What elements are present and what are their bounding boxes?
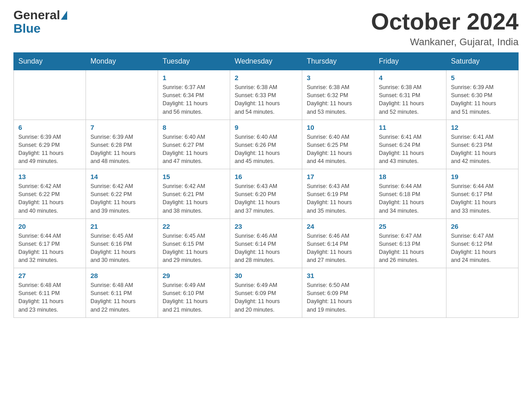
calendar-body: 1Sunrise: 6:37 AMSunset: 6:34 PMDaylight… bbox=[14, 70, 519, 318]
day-number: 29 bbox=[163, 272, 225, 279]
calendar-cell: 15Sunrise: 6:42 AMSunset: 6:21 PMDayligh… bbox=[158, 169, 230, 219]
day-number: 25 bbox=[379, 223, 442, 230]
calendar-cell: 30Sunrise: 6:49 AMSunset: 6:09 PMDayligh… bbox=[230, 268, 302, 318]
day-number: 4 bbox=[379, 74, 442, 81]
day-number: 12 bbox=[451, 124, 514, 131]
calendar-cell: 6Sunrise: 6:39 AMSunset: 6:29 PMDaylight… bbox=[14, 120, 86, 169]
day-info: Sunrise: 6:44 AMSunset: 6:17 PMDaylight:… bbox=[451, 182, 514, 215]
calendar-cell bbox=[446, 268, 519, 318]
day-info: Sunrise: 6:48 AMSunset: 6:11 PMDaylight:… bbox=[18, 281, 81, 314]
calendar-cell: 2Sunrise: 6:38 AMSunset: 6:33 PMDaylight… bbox=[230, 70, 302, 120]
day-number: 18 bbox=[379, 173, 442, 180]
day-info: Sunrise: 6:40 AMSunset: 6:27 PMDaylight:… bbox=[163, 133, 225, 166]
calendar-cell: 21Sunrise: 6:45 AMSunset: 6:16 PMDayligh… bbox=[86, 218, 158, 268]
day-info: Sunrise: 6:43 AMSunset: 6:19 PMDaylight:… bbox=[307, 182, 369, 215]
day-info: Sunrise: 6:46 AMSunset: 6:14 PMDaylight:… bbox=[307, 232, 369, 265]
calendar-cell: 23Sunrise: 6:46 AMSunset: 6:14 PMDayligh… bbox=[230, 218, 302, 268]
day-number: 27 bbox=[18, 272, 81, 279]
week-row-2: 6Sunrise: 6:39 AMSunset: 6:29 PMDaylight… bbox=[14, 120, 519, 169]
logo-blue-text: Blue bbox=[13, 21, 41, 36]
day-number: 16 bbox=[235, 173, 297, 180]
week-row-1: 1Sunrise: 6:37 AMSunset: 6:34 PMDaylight… bbox=[14, 70, 519, 120]
day-info: Sunrise: 6:47 AMSunset: 6:12 PMDaylight:… bbox=[451, 232, 514, 265]
header-day-monday: Monday bbox=[86, 53, 158, 70]
header-day-saturday: Saturday bbox=[446, 53, 519, 70]
day-info: Sunrise: 6:42 AMSunset: 6:22 PMDaylight:… bbox=[90, 182, 153, 215]
calendar-cell: 11Sunrise: 6:41 AMSunset: 6:24 PMDayligh… bbox=[374, 120, 446, 169]
day-number: 6 bbox=[18, 124, 81, 131]
calendar-cell: 29Sunrise: 6:49 AMSunset: 6:10 PMDayligh… bbox=[158, 268, 230, 318]
day-info: Sunrise: 6:49 AMSunset: 6:09 PMDaylight:… bbox=[235, 281, 297, 314]
month-title: October 2024 bbox=[371, 9, 519, 34]
day-info: Sunrise: 6:48 AMSunset: 6:11 PMDaylight:… bbox=[90, 281, 153, 314]
week-row-3: 13Sunrise: 6:42 AMSunset: 6:22 PMDayligh… bbox=[14, 169, 519, 219]
calendar-cell: 7Sunrise: 6:39 AMSunset: 6:28 PMDaylight… bbox=[86, 120, 158, 169]
day-info: Sunrise: 6:40 AMSunset: 6:25 PMDaylight:… bbox=[307, 133, 369, 166]
calendar-cell: 20Sunrise: 6:44 AMSunset: 6:17 PMDayligh… bbox=[14, 218, 86, 268]
day-info: Sunrise: 6:38 AMSunset: 6:32 PMDaylight:… bbox=[307, 83, 369, 116]
logo: General Blue bbox=[13, 9, 68, 36]
calendar-cell: 18Sunrise: 6:44 AMSunset: 6:18 PMDayligh… bbox=[374, 169, 446, 219]
day-info: Sunrise: 6:41 AMSunset: 6:23 PMDaylight:… bbox=[451, 133, 514, 166]
calendar-cell: 5Sunrise: 6:39 AMSunset: 6:30 PMDaylight… bbox=[446, 70, 519, 120]
header: General Blue October 2024 Wankaner, Guja… bbox=[13, 9, 519, 48]
calendar-cell: 8Sunrise: 6:40 AMSunset: 6:27 PMDaylight… bbox=[158, 120, 230, 169]
calendar-cell: 13Sunrise: 6:42 AMSunset: 6:22 PMDayligh… bbox=[14, 169, 86, 219]
header-day-tuesday: Tuesday bbox=[158, 53, 230, 70]
day-info: Sunrise: 6:37 AMSunset: 6:34 PMDaylight:… bbox=[163, 83, 225, 116]
day-number: 1 bbox=[163, 74, 225, 81]
day-number: 2 bbox=[235, 74, 297, 81]
calendar-cell: 31Sunrise: 6:50 AMSunset: 6:09 PMDayligh… bbox=[302, 268, 374, 318]
day-number: 26 bbox=[451, 223, 514, 230]
header-day-thursday: Thursday bbox=[302, 53, 374, 70]
day-info: Sunrise: 6:38 AMSunset: 6:31 PMDaylight:… bbox=[379, 83, 442, 116]
calendar-table: SundayMondayTuesdayWednesdayThursdayFrid… bbox=[13, 52, 519, 318]
day-info: Sunrise: 6:49 AMSunset: 6:10 PMDaylight:… bbox=[163, 281, 225, 314]
day-number: 24 bbox=[307, 223, 369, 230]
calendar-cell: 17Sunrise: 6:43 AMSunset: 6:19 PMDayligh… bbox=[302, 169, 374, 219]
day-number: 31 bbox=[307, 272, 369, 279]
calendar-cell: 22Sunrise: 6:45 AMSunset: 6:15 PMDayligh… bbox=[158, 218, 230, 268]
day-info: Sunrise: 6:42 AMSunset: 6:21 PMDaylight:… bbox=[163, 182, 225, 215]
week-row-4: 20Sunrise: 6:44 AMSunset: 6:17 PMDayligh… bbox=[14, 218, 519, 268]
header-day-friday: Friday bbox=[374, 53, 446, 70]
calendar-cell: 16Sunrise: 6:43 AMSunset: 6:20 PMDayligh… bbox=[230, 169, 302, 219]
calendar-cell: 10Sunrise: 6:40 AMSunset: 6:25 PMDayligh… bbox=[302, 120, 374, 169]
header-row: SundayMondayTuesdayWednesdayThursdayFrid… bbox=[14, 53, 519, 70]
location-title: Wankaner, Gujarat, India bbox=[371, 36, 519, 48]
day-number: 17 bbox=[307, 173, 369, 180]
calendar-cell: 3Sunrise: 6:38 AMSunset: 6:32 PMDaylight… bbox=[302, 70, 374, 120]
day-number: 14 bbox=[90, 173, 153, 180]
calendar-cell: 14Sunrise: 6:42 AMSunset: 6:22 PMDayligh… bbox=[86, 169, 158, 219]
day-info: Sunrise: 6:39 AMSunset: 6:30 PMDaylight:… bbox=[451, 83, 514, 116]
day-info: Sunrise: 6:43 AMSunset: 6:20 PMDaylight:… bbox=[235, 182, 297, 215]
title-section: October 2024 Wankaner, Gujarat, India bbox=[371, 9, 519, 48]
calendar-cell bbox=[374, 268, 446, 318]
day-number: 30 bbox=[235, 272, 297, 279]
day-number: 21 bbox=[90, 223, 153, 230]
day-info: Sunrise: 6:42 AMSunset: 6:22 PMDaylight:… bbox=[18, 182, 81, 215]
calendar-cell: 12Sunrise: 6:41 AMSunset: 6:23 PMDayligh… bbox=[446, 120, 519, 169]
calendar-cell: 1Sunrise: 6:37 AMSunset: 6:34 PMDaylight… bbox=[158, 70, 230, 120]
day-number: 15 bbox=[163, 173, 225, 180]
day-info: Sunrise: 6:41 AMSunset: 6:24 PMDaylight:… bbox=[379, 133, 442, 166]
calendar-cell: 19Sunrise: 6:44 AMSunset: 6:17 PMDayligh… bbox=[446, 169, 519, 219]
day-info: Sunrise: 6:44 AMSunset: 6:17 PMDaylight:… bbox=[18, 232, 81, 265]
calendar-header: SundayMondayTuesdayWednesdayThursdayFrid… bbox=[14, 53, 519, 70]
day-info: Sunrise: 6:38 AMSunset: 6:33 PMDaylight:… bbox=[235, 83, 297, 116]
day-number: 3 bbox=[307, 74, 369, 81]
logo-triangle-icon bbox=[61, 11, 67, 20]
calendar-cell: 27Sunrise: 6:48 AMSunset: 6:11 PMDayligh… bbox=[14, 268, 86, 318]
day-info: Sunrise: 6:45 AMSunset: 6:16 PMDaylight:… bbox=[90, 232, 153, 265]
day-info: Sunrise: 6:39 AMSunset: 6:28 PMDaylight:… bbox=[90, 133, 153, 166]
day-info: Sunrise: 6:45 AMSunset: 6:15 PMDaylight:… bbox=[163, 232, 225, 265]
day-number: 8 bbox=[163, 124, 225, 131]
day-info: Sunrise: 6:40 AMSunset: 6:26 PMDaylight:… bbox=[235, 133, 297, 166]
calendar-cell bbox=[86, 70, 158, 120]
day-number: 23 bbox=[235, 223, 297, 230]
day-number: 9 bbox=[235, 124, 297, 131]
day-info: Sunrise: 6:44 AMSunset: 6:18 PMDaylight:… bbox=[379, 182, 442, 215]
day-number: 7 bbox=[90, 124, 153, 131]
day-info: Sunrise: 6:39 AMSunset: 6:29 PMDaylight:… bbox=[18, 133, 81, 166]
day-info: Sunrise: 6:46 AMSunset: 6:14 PMDaylight:… bbox=[235, 232, 297, 265]
